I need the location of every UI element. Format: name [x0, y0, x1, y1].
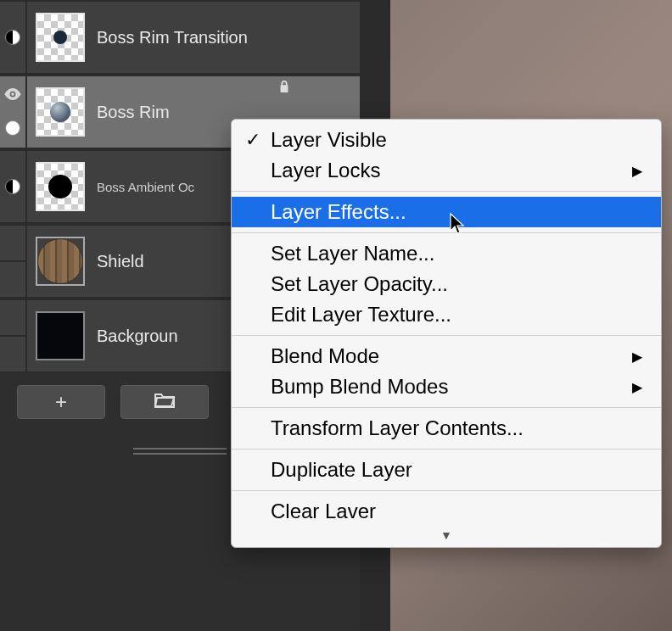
thumb-dot-icon	[53, 31, 67, 44]
menu-separator	[232, 232, 661, 233]
layer-name-label: Boss Rim Transition	[97, 28, 248, 47]
menu-set-layer-opacity[interactable]: Set Layer Opacity...	[232, 269, 661, 299]
menu-transform-layer-contents[interactable]: Transform Layer Contents...	[232, 413, 661, 444]
open-folder-button[interactable]	[120, 385, 209, 419]
plus-icon: +	[55, 390, 67, 414]
submenu-arrow-icon: ▶	[632, 349, 642, 365]
layer-name-label: Shield	[97, 252, 144, 271]
menu-separator	[232, 335, 661, 336]
panel-drag-handle[interactable]	[133, 448, 227, 455]
menu-label: Set Layer Opacity...	[271, 272, 448, 296]
visibility-column[interactable]	[0, 300, 27, 371]
eye-icon[interactable]	[3, 88, 22, 103]
mask-icon	[5, 120, 20, 136]
layer-thumbnail[interactable]	[36, 13, 85, 62]
lock-icon	[278, 80, 290, 97]
menu-label: Transform Layer Contents...	[271, 416, 524, 440]
thumb-wood-icon	[37, 238, 83, 284]
layer-name-label: Backgroun	[97, 327, 178, 346]
check-icon: ✓	[245, 129, 260, 151]
folder-icon	[154, 390, 176, 414]
menu-edit-layer-texture[interactable]: Edit Layer Texture...	[232, 299, 661, 330]
submenu-arrow-icon: ▶	[632, 163, 642, 179]
visibility-column[interactable]	[0, 2, 27, 73]
svg-point-0	[11, 92, 14, 96]
menu-label: Duplicate Layer	[271, 458, 412, 482]
menu-separator	[232, 407, 661, 408]
menu-label: Set Layer Name...	[271, 242, 434, 265]
layer-thumbnail[interactable]	[36, 311, 85, 360]
menu-bump-blend-modes[interactable]: Bump Blend Modes ▶	[232, 371, 661, 402]
menu-separator	[232, 490, 661, 491]
visibility-column[interactable]	[0, 151, 27, 222]
layer-thumbnail[interactable]	[36, 87, 85, 137]
menu-layer-visible[interactable]: ✓ Layer Visible	[232, 125, 661, 155]
layer-name-label: Boss Rim	[97, 103, 170, 122]
thumb-dot-icon	[48, 175, 72, 198]
thumb-solid-icon	[37, 313, 83, 359]
submenu-arrow-icon: ▶	[632, 379, 642, 395]
mask-icon	[5, 30, 20, 45]
layer-context-menu: ✓ Layer Visible Layer Locks ▶ Layer Effe…	[231, 119, 662, 548]
layer-row[interactable]: Boss Rim Transition	[0, 0, 360, 75]
menu-layer-effects[interactable]: Layer Effects...	[232, 197, 661, 227]
menu-label: Bump Blend Modes	[271, 375, 448, 399]
menu-separator	[232, 191, 661, 192]
menu-scroll-down-icon[interactable]: ▼	[232, 527, 661, 542]
menu-duplicate-layer[interactable]: Duplicate Layer	[232, 455, 661, 485]
visibility-column[interactable]	[0, 76, 27, 148]
layer-name-label: Boss Ambient Oc	[97, 180, 194, 194]
mask-icon	[5, 179, 20, 194]
layer-thumbnail[interactable]	[36, 237, 85, 286]
menu-label: Layer Locks	[271, 159, 380, 182]
menu-blend-mode[interactable]: Blend Mode ▶	[232, 341, 661, 371]
menu-label: Edit Layer Texture...	[271, 303, 451, 327]
layer-thumbnail[interactable]	[36, 162, 85, 211]
menu-clear-layer[interactable]: Clear Laver	[232, 496, 661, 527]
menu-layer-locks[interactable]: Layer Locks ▶	[232, 155, 661, 186]
menu-separator	[232, 449, 661, 450]
menu-label: Layer Visible	[271, 128, 387, 152]
add-layer-button[interactable]: +	[17, 385, 105, 419]
menu-label: Layer Effects...	[271, 200, 406, 224]
menu-label: Blend Mode	[271, 344, 379, 368]
thumb-sphere-icon	[50, 102, 70, 122]
menu-set-layer-name[interactable]: Set Layer Name...	[232, 238, 661, 269]
visibility-column[interactable]	[0, 226, 27, 297]
menu-label: Clear Laver	[271, 500, 376, 523]
